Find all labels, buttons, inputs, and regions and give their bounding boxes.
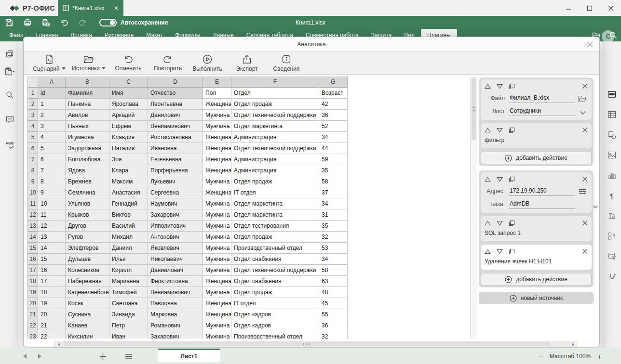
close-window-button[interactable] bbox=[607, 4, 615, 13]
table-cell[interactable]: Канаев bbox=[66, 320, 109, 331]
row-header-9[interactable]: 9 bbox=[27, 176, 38, 187]
table-cell[interactable]: Игумнова bbox=[66, 132, 109, 143]
column-header-B[interactable]: B bbox=[66, 77, 109, 88]
table-cell[interactable]: Михаил bbox=[109, 232, 148, 243]
table-cell[interactable]: IT отдел bbox=[231, 298, 319, 309]
autosave-toggle[interactable]: Автосохранение bbox=[99, 19, 168, 26]
table-cell[interactable]: 18 bbox=[38, 287, 66, 298]
table-cell[interactable]: Фамилия bbox=[66, 88, 109, 99]
table-cell[interactable]: 14 bbox=[38, 243, 66, 254]
card-close-icon[interactable] bbox=[582, 248, 588, 254]
table-cell[interactable]: Мужчина bbox=[203, 176, 231, 187]
table-cell[interactable]: 35 bbox=[319, 221, 348, 232]
row-header-7[interactable]: 7 bbox=[27, 154, 38, 165]
column-header-C[interactable]: C bbox=[109, 77, 148, 88]
autosave-toggle-track[interactable] bbox=[99, 19, 117, 26]
copy-icon[interactable] bbox=[0, 45, 19, 63]
move-down-icon[interactable] bbox=[497, 84, 503, 89]
table-cell[interactable]: 3 bbox=[38, 121, 66, 132]
zoom-out-button[interactable]: − bbox=[539, 352, 543, 361]
quick-print-button[interactable] bbox=[37, 16, 55, 29]
zoom-in-button[interactable]: + bbox=[597, 352, 602, 361]
new-source-button[interactable]: новый источник bbox=[479, 292, 594, 304]
table-cell[interactable]: Отдел технической поддержки bbox=[231, 143, 319, 154]
table-cell[interactable]: Отчество bbox=[148, 88, 203, 99]
table-cell[interactable]: Ростиславовна bbox=[148, 132, 203, 143]
table-cell[interactable]: Отдел технической поддержки bbox=[231, 265, 319, 276]
shape-settings-icon[interactable] bbox=[602, 126, 621, 143]
table-cell[interactable]: Мужчина bbox=[203, 331, 231, 338]
image-settings-icon[interactable] bbox=[602, 146, 621, 164]
row-header-15[interactable]: 15 bbox=[27, 243, 38, 254]
table-cell[interactable]: 19 bbox=[38, 298, 66, 309]
table-cell[interactable]: Задорожная bbox=[66, 143, 109, 154]
table-cell[interactable]: IT отдел bbox=[231, 187, 319, 198]
address-field-value[interactable]: 172.19.90.250 bbox=[509, 187, 575, 196]
table-cell[interactable]: Боголюбова bbox=[66, 154, 109, 165]
table-cell[interactable]: Сергеевна bbox=[148, 187, 203, 198]
table-cell[interactable]: Женщина bbox=[203, 99, 231, 110]
table-cell[interactable]: Женщина bbox=[203, 143, 231, 154]
move-up-icon[interactable] bbox=[485, 84, 491, 89]
search-icon[interactable] bbox=[609, 31, 617, 39]
table-cell[interactable]: Марковна bbox=[148, 309, 203, 320]
duplicate-icon[interactable] bbox=[509, 176, 515, 182]
table-cell[interactable]: Вениаминович bbox=[148, 287, 203, 298]
find-icon[interactable] bbox=[0, 86, 19, 104]
row-header-13[interactable]: 13 bbox=[27, 221, 38, 232]
sheet-tab[interactable]: Лист1 bbox=[158, 349, 220, 362]
row-header-22[interactable]: 22 bbox=[27, 320, 38, 331]
table-cell[interactable]: Виктор bbox=[109, 209, 148, 221]
table-cell[interactable]: Зоя bbox=[109, 154, 148, 165]
add-action-button[interactable]: добавить действие bbox=[481, 273, 592, 286]
table-cell[interactable]: Геннадий bbox=[109, 198, 148, 209]
sheet-nav-left-icon[interactable] bbox=[23, 354, 27, 359]
table-cell[interactable]: Наумович bbox=[148, 198, 203, 209]
paste-icon[interactable] bbox=[0, 63, 19, 80]
move-down-icon[interactable] bbox=[497, 249, 503, 254]
sheet-field-value[interactable]: Сотрудники bbox=[509, 107, 575, 116]
table-cell[interactable]: Отдел снабжения bbox=[231, 254, 319, 265]
table-cell[interactable]: Ругов bbox=[66, 232, 109, 243]
table-cell[interactable]: Вениаминович bbox=[148, 121, 203, 132]
table-cell[interactable]: 45 bbox=[319, 298, 348, 309]
redo-action-button[interactable]: Повторить bbox=[148, 52, 188, 74]
select-all-corner[interactable] bbox=[27, 77, 38, 88]
card-close-icon[interactable] bbox=[582, 176, 588, 182]
table-cell[interactable]: Порфнрьевна bbox=[148, 165, 203, 176]
table-cell[interactable]: Наталия bbox=[109, 143, 148, 154]
table-cell[interactable]: 1 bbox=[38, 99, 66, 110]
table-cell[interactable]: 32 bbox=[319, 232, 348, 243]
table-cell[interactable]: 16 bbox=[38, 265, 66, 276]
card-close-icon[interactable] bbox=[582, 220, 588, 226]
add-action-button[interactable]: добавить действие bbox=[481, 152, 592, 164]
table-cell[interactable]: Аркадий bbox=[109, 110, 148, 121]
table-cell[interactable]: Женщина bbox=[203, 165, 231, 176]
table-cell[interactable]: 36 bbox=[319, 320, 348, 331]
table-cell[interactable]: Брежнев bbox=[66, 176, 109, 187]
row-header-1[interactable]: 1 bbox=[27, 88, 38, 99]
scroll-left-icon[interactable] bbox=[55, 342, 62, 347]
table-cell[interactable]: Колесников bbox=[66, 265, 109, 276]
table-cell[interactable]: Возраст bbox=[319, 88, 348, 99]
horizontal-scroll-thumb[interactable] bbox=[64, 342, 549, 346]
table-cell[interactable]: 52 bbox=[319, 121, 348, 132]
table-cell[interactable]: Лукьевич bbox=[148, 176, 203, 187]
delete-cells-action-card[interactable]: Удаление ячеек H1:H101 bbox=[481, 245, 592, 270]
table-settings-icon[interactable] bbox=[602, 106, 621, 123]
table-cell[interactable]: 22 bbox=[38, 331, 66, 338]
table-horizontal-scrollbar[interactable] bbox=[54, 341, 577, 347]
document-tab[interactable]: *Книга1.xlsx ✕ bbox=[58, 0, 123, 16]
signature-settings-icon[interactable] bbox=[602, 268, 621, 285]
filter-action-card[interactable]: фильтр bbox=[481, 123, 592, 148]
table-cell[interactable]: Мужчина bbox=[203, 320, 231, 331]
row-header-10[interactable]: 10 bbox=[27, 187, 38, 198]
connection-settings-icon[interactable] bbox=[577, 188, 588, 196]
table-cell[interactable]: 8 bbox=[38, 176, 66, 187]
table-cell[interactable]: 7 bbox=[38, 165, 66, 176]
table-cell[interactable]: Николаевич bbox=[148, 254, 203, 265]
move-up-icon[interactable] bbox=[485, 249, 491, 254]
table-cell[interactable]: Мужчина bbox=[203, 232, 231, 243]
table-cell[interactable]: Евгеньевна bbox=[148, 154, 203, 165]
table-cell[interactable]: Женщина bbox=[203, 187, 231, 198]
